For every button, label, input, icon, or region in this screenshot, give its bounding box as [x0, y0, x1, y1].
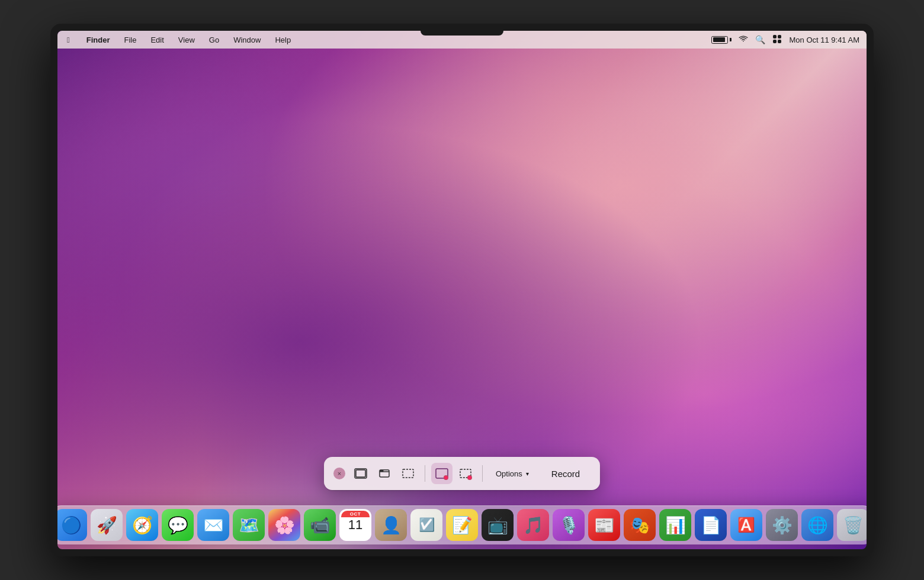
dock-item-facetime[interactable]: 📹: [304, 509, 336, 541]
control-center-icon[interactable]: [772, 34, 782, 46]
finder-icon: 🔵: [61, 515, 82, 535]
toolbar-separator-2: [482, 465, 483, 482]
mail-icon: ✉️: [203, 515, 224, 535]
photos-icon: 🌸: [274, 515, 295, 535]
file-menu[interactable]: File: [121, 34, 139, 46]
menubar-right: 🔍 Mon Oct 11 9:41 AM: [711, 34, 859, 46]
appstore-icon: 🅰️: [737, 517, 755, 533]
notes-icon: 📝: [452, 515, 473, 535]
svg-rect-5: [356, 470, 365, 477]
dockutil-icon: 🌐: [807, 515, 828, 535]
battery-body: [711, 36, 728, 44]
facetime-icon: 📹: [310, 515, 331, 535]
svg-point-13: [444, 476, 447, 479]
screenshot-toolbar: ×: [324, 457, 600, 490]
screen:  Finder File Edit View Go Window Help: [57, 31, 867, 549]
edit-menu[interactable]: Edit: [148, 34, 166, 46]
music-icon: 🎵: [523, 515, 544, 535]
battery-tip: [730, 38, 732, 41]
calendar-inner: OCT 11: [341, 511, 370, 539]
dock-item-dockutil[interactable]: 🌐: [801, 509, 833, 541]
view-menu[interactable]: View: [176, 34, 197, 46]
svg-point-9: [382, 471, 383, 472]
help-menu[interactable]: Help: [272, 34, 293, 46]
datetime-display: Mon Oct 11 9:41 AM: [789, 36, 859, 44]
podcasts-icon: 🎙️: [559, 515, 579, 535]
messages-icon: 💬: [168, 515, 188, 535]
wifi-icon: [739, 34, 748, 45]
dock-item-music[interactable]: 🎵: [517, 509, 549, 541]
dock-item-messages[interactable]: 💬: [162, 509, 194, 541]
close-toolbar-button[interactable]: ×: [333, 468, 345, 479]
record-label: Record: [551, 469, 580, 479]
svg-rect-2: [773, 40, 777, 43]
systemprefs-icon: ⚙️: [772, 515, 793, 535]
dock-item-launchpad[interactable]: 🚀: [91, 509, 123, 541]
dock-item-mail[interactable]: ✉️: [197, 509, 229, 541]
appletv-icon: 📺: [487, 515, 508, 535]
record-fullscreen-button[interactable]: [431, 463, 453, 484]
dock-item-appletv[interactable]: 📺: [482, 509, 514, 541]
capture-window-button[interactable]: [374, 463, 395, 484]
record-selection-button[interactable]: [455, 463, 476, 484]
svg-point-8: [381, 471, 382, 472]
launchpad-icon: 🚀: [97, 515, 117, 535]
svg-rect-0: [773, 35, 777, 38]
dock: 🔵 🚀 🧭 💬 ✉️ 🗺️ 🌸: [57, 505, 867, 544]
apple-menu[interactable]: : [65, 34, 72, 46]
window-menu[interactable]: Window: [231, 34, 263, 46]
svg-rect-10: [403, 469, 413, 478]
dock-item-systemprefs[interactable]: ⚙️: [766, 509, 798, 541]
dock-item-notes[interactable]: 📝: [446, 509, 478, 541]
dock-item-reminders[interactable]: ☑️: [410, 509, 442, 541]
safari-icon: 🧭: [132, 515, 153, 535]
calendar-month: OCT: [341, 511, 370, 517]
toolbar-separator-1: [425, 465, 425, 482]
dock-item-news[interactable]: 📰: [588, 509, 620, 541]
pages-icon: 📄: [701, 515, 721, 535]
reminders-icon: ☑️: [419, 517, 435, 533]
capture-fullscreen-button[interactable]: [350, 463, 371, 484]
go-menu[interactable]: Go: [207, 34, 222, 46]
dock-item-appstore[interactable]: 🅰️: [730, 509, 762, 541]
dock-item-photos[interactable]: 🌸: [268, 509, 300, 541]
menubar-left:  Finder File Edit View Go Window Help: [65, 34, 711, 46]
contacts-icon: 👤: [381, 515, 402, 535]
dock-item-trash[interactable]: 🗑️: [837, 509, 867, 541]
svg-rect-3: [778, 40, 781, 43]
trash-icon: 🗑️: [843, 515, 864, 535]
dock-item-contacts[interactable]: 👤: [375, 509, 407, 541]
news-icon: 📰: [594, 515, 615, 535]
maps-icon: 🗺️: [239, 515, 259, 535]
dock-item-keynote[interactable]: 🎭: [624, 509, 656, 541]
dock-item-calendar[interactable]: OCT 11: [339, 509, 371, 541]
capture-selection-button[interactable]: [397, 463, 419, 484]
dock-item-podcasts[interactable]: 🎙️: [553, 509, 585, 541]
dock-item-numbers[interactable]: 📊: [659, 509, 691, 541]
macbook-frame:  Finder File Edit View Go Window Help: [50, 24, 874, 556]
camera-notch: [421, 31, 503, 36]
options-label: Options: [496, 469, 522, 478]
dock-item-maps[interactable]: 🗺️: [233, 509, 265, 541]
dock-item-pages[interactable]: 📄: [695, 509, 727, 541]
numbers-icon: 📊: [665, 515, 686, 535]
svg-rect-1: [778, 35, 781, 38]
battery-fill: [713, 37, 725, 42]
calendar-day: 11: [348, 517, 362, 533]
record-button[interactable]: Record: [541, 465, 591, 482]
close-icon: ×: [338, 470, 341, 477]
dock-item-finder[interactable]: 🔵: [57, 509, 87, 541]
svg-point-16: [468, 476, 471, 479]
dock-item-safari[interactable]: 🧭: [126, 509, 158, 541]
options-button[interactable]: Options ▾: [489, 466, 536, 482]
chevron-down-icon: ▾: [526, 471, 529, 477]
app-name-menu[interactable]: Finder: [84, 34, 113, 46]
keynote-icon: 🎭: [630, 515, 650, 535]
spotlight-search-icon[interactable]: 🔍: [755, 35, 765, 44]
battery-indicator: [711, 36, 732, 44]
